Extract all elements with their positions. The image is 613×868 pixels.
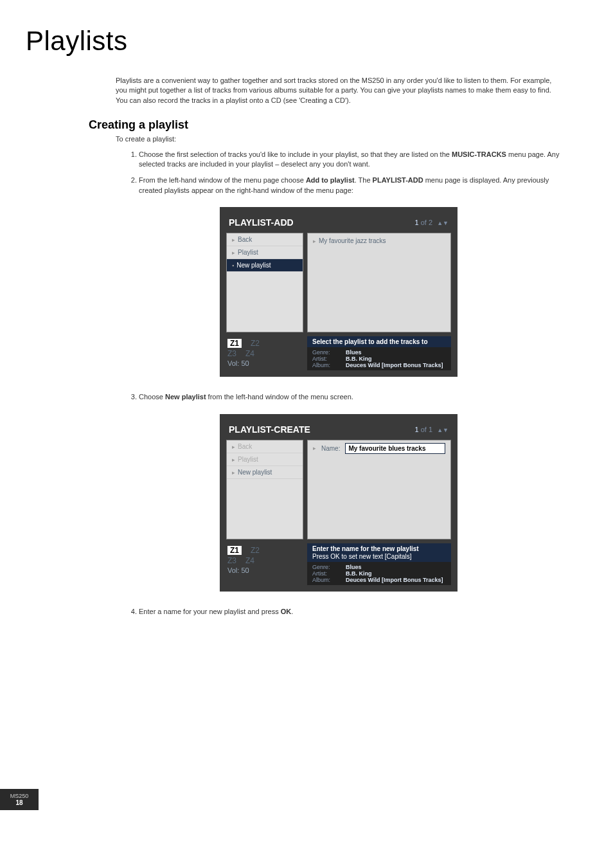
shot1-new-label: New playlist	[236, 262, 271, 269]
step-2-bold-b: Add to playlist	[306, 176, 355, 184]
shot2-zones: Z1Z2 Z3Z4 Vol: 50	[226, 543, 303, 585]
footer-page-number: 18	[6, 799, 32, 806]
step-4-text-a: Enter a name for your new playlist and p…	[139, 608, 281, 615]
zone-z3: Z3	[227, 349, 236, 358]
step-1-text-a: Choose the first selection of tracks you…	[139, 150, 452, 158]
step-4-bold: OK	[281, 608, 292, 615]
shot2-new-label: New playlist	[238, 469, 272, 476]
shot2-playlist-label: Playlist	[238, 456, 258, 463]
shot2-info: Enter the name for the new playlist Pres…	[307, 543, 451, 585]
shot1-back-item: ▸Back	[227, 233, 303, 246]
shot2-new-playlist-item: ▸New playlist	[227, 466, 303, 479]
volume-label: Vol: 50	[227, 359, 302, 367]
step-2-bold-d: PLAYLIST-ADD	[373, 176, 423, 184]
album-value: Deuces Wild [Import Bonus Tracks]	[346, 577, 443, 583]
step-2-text-c: . The	[355, 176, 373, 184]
album-label: Album:	[312, 362, 339, 368]
zone-z2: Z2	[251, 546, 260, 555]
album-label: Album:	[312, 577, 339, 583]
shot2-page-total: of 1	[421, 426, 432, 433]
shot2-left-panel: ▸Back ▸Playlist ▸New playlist	[226, 440, 303, 539]
step-4: Enter a name for your new playlist and p…	[139, 607, 562, 617]
shot1-existing-playlist: ▸My favourite jazz tracks	[313, 236, 445, 246]
footer-model: MS250	[6, 793, 32, 799]
zone-z2: Z2	[251, 339, 260, 348]
shot2-back-item: ▸Back	[227, 440, 303, 453]
genre-label: Genre:	[312, 349, 339, 356]
step-3-bold: New playlist	[165, 393, 206, 401]
screenshot-playlist-create: PLAYLIST-CREATE 1 of 1 ▲▼ ▸Back ▸Playlis…	[220, 414, 458, 592]
screenshot-playlist-add: PLAYLIST-ADD 1 of 2 ▲▼ ▸Back ▸Playlist ▪…	[220, 207, 458, 377]
zone-z1: Z1	[227, 339, 242, 348]
shot2-title: PLAYLIST-CREATE	[229, 424, 310, 435]
genre-value: Blues	[346, 564, 362, 570]
shot1-zones: Z1Z2 Z3Z4 Vol: 50	[226, 336, 303, 370]
intro-paragraph: Playlists are a convenient way to gather…	[116, 76, 562, 105]
shot1-page-total: of 2	[421, 219, 432, 226]
shot1-new-playlist-item: ▪New playlist	[227, 259, 303, 272]
up-down-icon: ▲▼	[437, 427, 449, 433]
step-3-text-c: from the left-hand window of the menu sc…	[206, 393, 353, 401]
section-title: Creating a playlist	[89, 118, 562, 132]
shot1-right-label: My favourite jazz tracks	[319, 237, 386, 244]
shot1-right-panel: ▸My favourite jazz tracks	[307, 233, 451, 332]
steps-list-2: Choose New playlist from the left-hand w…	[116, 392, 562, 402]
name-field-value: My favourite blues tracks	[345, 443, 445, 454]
shot1-playlist-item: ▸Playlist	[227, 246, 303, 259]
shot2-page-cur: 1	[415, 426, 419, 433]
shot1-back-label: Back	[238, 236, 252, 243]
step-1: Choose the first selection of tracks you…	[139, 150, 562, 170]
artist-value: B.B. King	[346, 570, 372, 577]
shot2-info-bar1: Enter the name for the new playlist	[307, 543, 451, 553]
up-down-icon: ▲▼	[437, 220, 449, 226]
shot1-info-bar: Select the playlist to add the tracks to	[307, 336, 451, 347]
shot1-left-panel: ▸Back ▸Playlist ▪New playlist	[226, 233, 303, 332]
album-value: Deuces Wild [Import Bonus Tracks]	[346, 362, 443, 368]
name-field-label: Name:	[321, 445, 340, 452]
step-3-text-a: Choose	[139, 393, 165, 401]
steps-list: Choose the first selection of tracks you…	[116, 150, 562, 196]
zone-z4: Z4	[245, 556, 254, 565]
shot1-title: PLAYLIST-ADD	[229, 217, 294, 228]
volume-label: Vol: 50	[227, 566, 302, 574]
content-block: Playlists are a convenient way to gather…	[116, 76, 562, 617]
genre-label: Genre:	[312, 564, 339, 570]
step-2: From the left-hand window of the menu pa…	[139, 176, 562, 195]
page-title: Playlists	[26, 26, 574, 57]
shot2-playlist-item: ▸Playlist	[227, 453, 303, 466]
lead-text: To create a playlist:	[116, 134, 562, 144]
zone-z3: Z3	[227, 556, 236, 565]
step-2-text-a: From the left-hand window of the menu pa…	[139, 176, 306, 184]
zone-z1: Z1	[227, 546, 242, 555]
shot1-info: Select the playlist to add the tracks to…	[307, 336, 451, 370]
zone-z4: Z4	[245, 349, 254, 358]
shot2-right-panel: ▸ Name: My favourite blues tracks	[307, 440, 451, 539]
step-1-bold: MUSIC-TRACKS	[452, 150, 506, 158]
step-3: Choose New playlist from the left-hand w…	[139, 392, 562, 402]
shot1-page-cur: 1	[415, 219, 419, 226]
steps-list-3: Enter a name for your new playlist and p…	[116, 607, 562, 617]
footer-badge: MS250 18	[0, 789, 39, 810]
artist-label: Artist:	[312, 356, 339, 362]
shot1-playlist-label: Playlist	[238, 249, 258, 256]
artist-label: Artist:	[312, 570, 339, 577]
genre-value: Blues	[346, 349, 362, 356]
shot2-back-label: Back	[238, 443, 252, 450]
shot2-info-bar2: Press OK to set new text [Capitals]	[307, 553, 451, 562]
step-4-text-c: .	[291, 608, 293, 615]
artist-value: B.B. King	[346, 356, 372, 362]
